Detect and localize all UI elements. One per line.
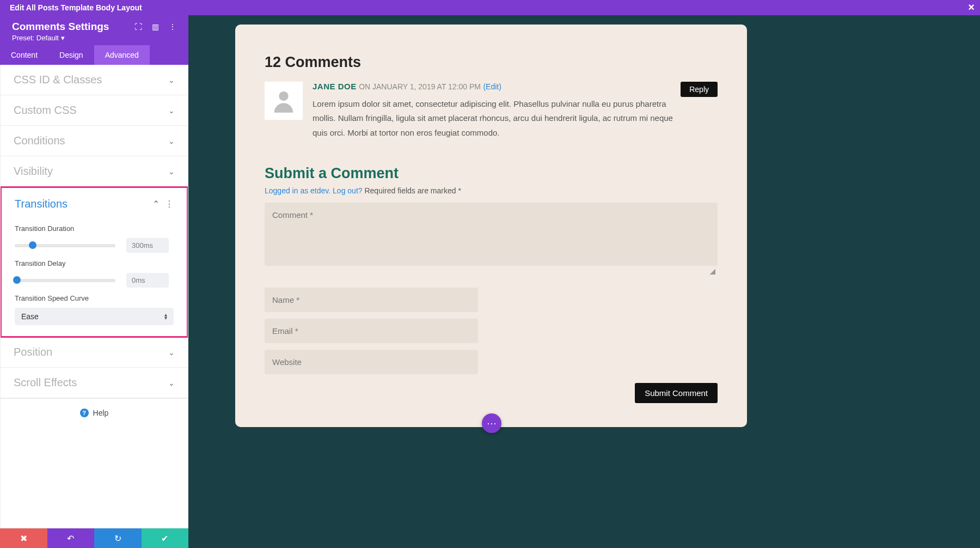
undo-button[interactable]: ↶: [47, 528, 95, 548]
curve-select[interactable]: Ease ▴▾: [15, 308, 174, 325]
expand-icon[interactable]: ⛶: [134, 22, 142, 31]
chevron-down-icon: ⌄: [168, 137, 175, 145]
chevron-up-icon: ⌃: [152, 199, 160, 209]
email-field[interactable]: [265, 319, 478, 343]
chevron-down-icon: ⌄: [168, 106, 175, 115]
section-scroll[interactable]: Scroll Effects ⌄: [1, 368, 188, 398]
comment-textarea[interactable]: [265, 203, 718, 266]
avatar: [265, 82, 303, 120]
delay-value[interactable]: 0ms: [126, 273, 169, 288]
section-conditions[interactable]: Conditions ⌄: [1, 126, 188, 156]
settings-panel: Comments Settings ⛶ ▥ ⋮ Preset: Default …: [0, 15, 188, 548]
submit-heading: Submit a Comment: [265, 165, 718, 182]
chevron-down-icon: ▾: [61, 34, 65, 42]
duration-label: Transition Duration: [15, 224, 174, 233]
curve-label: Transition Speed Curve: [15, 294, 174, 302]
save-button[interactable]: ✔: [142, 528, 189, 548]
floating-action-button[interactable]: ⋯: [482, 413, 501, 433]
logged-in-link[interactable]: Logged in as etdev.: [265, 186, 330, 195]
tab-content[interactable]: Content: [0, 45, 48, 65]
section-transitions: Transitions ⌃ ⋮ Transition Duration 300m…: [0, 186, 188, 338]
website-field[interactable]: [265, 350, 478, 374]
comment-text: Lorem ipsum dolor sit amet, consectetur …: [313, 97, 674, 140]
comment-author: JANE DOE: [313, 82, 357, 91]
duration-slider[interactable]: [15, 244, 115, 247]
name-field[interactable]: [265, 288, 478, 312]
logged-in-line: Logged in as etdev. Log out? Required fi…: [265, 186, 718, 195]
panel-header: Comments Settings ⛶ ▥ ⋮ Preset: Default …: [0, 15, 188, 45]
more-icon[interactable]: ⋮: [169, 22, 176, 31]
preset-dropdown[interactable]: Preset: Default ▾: [12, 34, 176, 42]
redo-button[interactable]: ↻: [94, 528, 142, 548]
topbar-title: Edit All Posts Template Body Layout: [10, 3, 142, 12]
chevron-down-icon: ⌄: [168, 379, 175, 387]
comments-heading: 12 Comments: [265, 54, 718, 71]
chevron-down-icon: ⌄: [168, 348, 175, 357]
editor-topbar: Edit All Posts Template Body Layout ×: [0, 0, 980, 15]
delay-slider[interactable]: [15, 279, 115, 282]
columns-icon[interactable]: ▥: [152, 22, 159, 31]
chevron-down-icon: ⌄: [168, 167, 175, 176]
required-note: Required fields are marked *: [364, 186, 461, 195]
tab-advanced[interactable]: Advanced: [94, 45, 150, 65]
help-button[interactable]: ? Help: [1, 398, 188, 427]
section-transitions-header[interactable]: Transitions ⌃ ⋮: [2, 188, 187, 215]
submit-comment-button[interactable]: Submit Comment: [635, 383, 718, 403]
duration-value[interactable]: 300ms: [126, 238, 169, 253]
section-custom-css[interactable]: Custom CSS ⌄: [1, 95, 188, 126]
svg-point-0: [279, 92, 288, 101]
more-icon[interactable]: ⋮: [165, 199, 174, 209]
preview-area: 12 Comments JANE DOE ON JANUARY 1, 2019 …: [235, 25, 747, 427]
panel-title: Comments Settings: [12, 21, 109, 33]
panel-tabs: Content Design Advanced: [0, 45, 188, 65]
sections-list: CSS ID & Classes ⌄ Custom CSS ⌄ Conditio…: [0, 65, 188, 528]
logout-link[interactable]: Log out?: [333, 186, 363, 195]
section-css-id[interactable]: CSS ID & Classes ⌄: [1, 65, 188, 95]
comment-form: Submit Comment: [265, 203, 718, 403]
comment-date: ON JANUARY 1, 2019 AT 12:00 PM: [359, 82, 481, 91]
comment-item: JANE DOE ON JANUARY 1, 2019 AT 12:00 PM …: [265, 82, 718, 140]
select-arrows-icon: ▴▾: [164, 313, 167, 320]
delay-label: Transition Delay: [15, 259, 174, 267]
chevron-down-icon: ⌄: [168, 76, 175, 84]
footer-buttons: ✖ ↶ ↻ ✔: [0, 528, 188, 548]
close-icon[interactable]: ×: [968, 1, 975, 14]
edit-link[interactable]: (Edit): [483, 82, 501, 91]
cancel-button[interactable]: ✖: [0, 528, 47, 548]
reply-button[interactable]: Reply: [681, 82, 718, 97]
section-position[interactable]: Position ⌄: [1, 337, 188, 368]
section-visibility[interactable]: Visibility ⌄: [1, 156, 188, 187]
tab-design[interactable]: Design: [48, 45, 94, 65]
help-icon: ?: [80, 409, 89, 417]
